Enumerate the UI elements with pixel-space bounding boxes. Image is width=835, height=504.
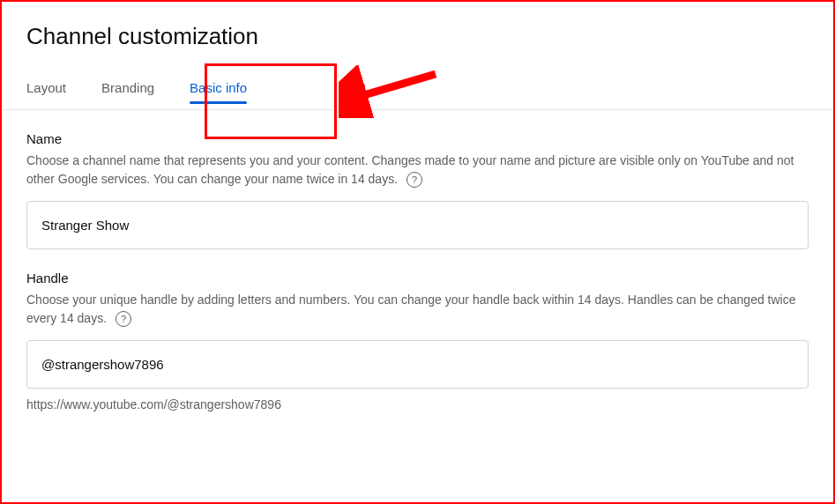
tabs-bar: Layout Branding Basic info [2, 68, 833, 110]
page-title: Channel customization [26, 23, 833, 50]
handle-section-desc: Choose your unique handle by adding lett… [26, 291, 809, 328]
tab-branding[interactable]: Branding [101, 80, 154, 109]
handle-desc-text: Choose your unique handle by adding lett… [26, 293, 795, 325]
name-section: Name Choose a channel name that represen… [2, 110, 833, 249]
help-icon[interactable]: ? [406, 172, 422, 188]
tab-basic-info[interactable]: Basic info [190, 80, 247, 109]
name-section-desc: Choose a channel name that represents yo… [26, 152, 809, 189]
tab-layout[interactable]: Layout [26, 80, 66, 109]
help-icon[interactable]: ? [116, 311, 131, 327]
handle-section: Handle Choose your unique handle by addi… [2, 249, 833, 411]
handle-section-title: Handle [26, 271, 809, 285]
channel-name-input[interactable] [26, 201, 809, 249]
name-section-title: Name [26, 131, 809, 146]
channel-handle-input[interactable] [26, 340, 809, 389]
screenshot-frame: Channel customization Layout Branding Ba… [0, 0, 835, 504]
handle-url: https://www.youtube.com/@strangershow789… [26, 397, 809, 411]
